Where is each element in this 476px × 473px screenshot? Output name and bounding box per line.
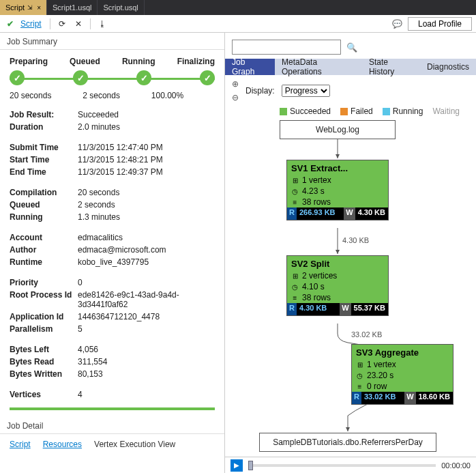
download-icon[interactable]: ⭳ <box>96 18 108 30</box>
clock-icon: ◷ <box>291 283 299 291</box>
summary-row: Authoredmaca@microsoft.com <box>10 245 215 255</box>
summary-row: Bytes Left4,056 <box>10 345 215 354</box>
search-input[interactable] <box>232 40 341 55</box>
phase-dot-queued: ✓ <box>73 70 88 85</box>
summary-row: Compilation20 seconds <box>10 188 215 197</box>
vertex-icon: ⊞ <box>291 272 299 280</box>
edge-label-2: 33.02 KB <box>351 330 382 339</box>
summary-row: Start Time11/3/2015 12:48:21 PM <box>10 155 215 164</box>
tab-script-usql[interactable]: Script.usql <box>98 0 144 15</box>
summary-row: Parallelism5 <box>10 324 215 334</box>
display-select[interactable]: Progress <box>282 85 330 97</box>
node-sv1[interactable]: SV1 Extract... ⊞1 vertex ◷4.23 s ≡38 row… <box>286 160 389 220</box>
right-panel: 🔍 Job Graph MetaData Operations State Hi… <box>225 33 476 473</box>
rows-icon: ≡ <box>356 383 363 390</box>
phase-dot-running: ✓ <box>136 70 151 85</box>
legend: Succeeded Failed Running Waiting <box>225 106 476 119</box>
editor-tabbar: Script⇲× Script1.usql Script.usql <box>0 0 476 15</box>
node-input-file[interactable]: WebLog.log <box>280 120 396 139</box>
zoom-out-icon[interactable]: ⊖ <box>232 93 239 102</box>
vertex-icon: ⊞ <box>356 361 363 369</box>
summary-row: Queued2 seconds <box>10 200 215 210</box>
load-profile-button[interactable]: Load Profile <box>408 17 472 31</box>
toolbar: ✔ Script ⟳ ✕ ⭳ 💬 Load Profile <box>0 15 476 33</box>
zoom-in-icon[interactable]: ⊕ <box>232 79 239 89</box>
timeline-time: 00:00:00 <box>441 461 471 470</box>
status-check-icon: ✔ <box>4 18 16 30</box>
summary-row: Bytes Written80,153 <box>10 369 215 379</box>
refresh-icon[interactable]: ⟳ <box>56 18 68 30</box>
phase-dot-preparing: ✓ <box>10 70 25 85</box>
close-icon[interactable]: × <box>37 4 41 12</box>
detail-link-resources[interactable]: Resources <box>43 440 82 449</box>
display-label: Display: <box>246 86 275 96</box>
tab-script[interactable]: Script⇲× <box>0 0 47 15</box>
detail-link-vertex-view[interactable]: Vertex Execution View <box>94 440 175 449</box>
clock-icon: ◷ <box>291 188 299 195</box>
search-icon[interactable]: 🔍 <box>346 42 357 53</box>
left-panel: Job Summary PreparingQueuedRunningFinali… <box>0 33 225 473</box>
summary-row: Application Id1446364712120_4478 <box>10 312 215 321</box>
cancel-icon[interactable]: ✕ <box>72 18 85 30</box>
phase-values: 20 seconds2 seconds100.00% <box>10 91 215 100</box>
phase-track: ✓ ✓ ✓ ✓ <box>10 70 215 87</box>
summary-row: Root Process Idede81426-e9c1-43ad-9a4d-3… <box>10 290 215 309</box>
clock-icon: ◷ <box>356 372 363 379</box>
summary-row: Runtimekobo_live_4397795 <box>10 257 215 267</box>
summary-row: Running1.3 minutes <box>10 212 215 222</box>
detail-link-script[interactable]: Script <box>10 440 31 449</box>
edge-label-1: 4.30 KB <box>342 236 369 244</box>
job-graph-canvas[interactable]: WebLog.log SV1 Extract... ⊞1 vertex ◷4.2… <box>225 119 476 457</box>
subtab-job-graph[interactable]: Job Graph <box>225 59 275 75</box>
script-link[interactable]: Script <box>20 19 42 29</box>
play-button[interactable]: ▶ <box>230 459 243 472</box>
node-output-table[interactable]: SampleDBTutorials.dbo.ReferrersPerDay <box>259 433 436 452</box>
timeline: ▶ 00:00:00 <box>225 457 476 473</box>
summary-row: End Time11/3/2015 12:49:37 PM <box>10 167 215 177</box>
job-detail-header: Job Detail <box>0 417 224 434</box>
tab-script1-usql[interactable]: Script1.usql <box>47 0 98 15</box>
rows-icon: ≡ <box>291 199 299 206</box>
rows-icon: ≡ <box>291 294 299 302</box>
job-summary-header: Job Summary <box>0 33 224 50</box>
phase-dot-finalizing: ✓ <box>200 70 215 85</box>
subtabs: Job Graph MetaData Operations State Hist… <box>225 59 476 75</box>
summary-bottom-bar <box>10 407 215 410</box>
node-sv3[interactable]: SV3 Aggregate ⊞1 vertex ◷23.20 s ≡0 row … <box>351 344 453 405</box>
summary-row: Priority0 <box>10 278 215 287</box>
summary-row: Bytes Read311,554 <box>10 357 215 367</box>
pin-icon[interactable]: ⇲ <box>27 4 33 11</box>
timeline-slider[interactable] <box>248 464 436 467</box>
summary-row: Submit Time11/3/2015 12:47:40 PM <box>10 143 215 152</box>
subtab-diagnostics[interactable]: Diagnostics <box>420 59 476 75</box>
vertex-icon: ⊞ <box>291 177 299 184</box>
summary-row: Duration2.0 minutes <box>10 122 215 132</box>
summary-row: Vertices4 <box>10 390 215 399</box>
node-sv2[interactable]: SV2 Split ⊞2 vertices ◷4.10 s ≡38 rows R… <box>286 255 389 316</box>
feedback-icon[interactable]: 💬 <box>391 18 404 30</box>
subtab-metadata[interactable]: MetaData Operations <box>275 59 362 75</box>
summary-row: Job Result:Succeeded <box>10 110 215 119</box>
subtab-state-history[interactable]: State History <box>362 59 420 75</box>
summary-row: Accountedmacalitics <box>10 233 215 242</box>
phase-labels: PreparingQueuedRunningFinalizing <box>10 57 215 66</box>
